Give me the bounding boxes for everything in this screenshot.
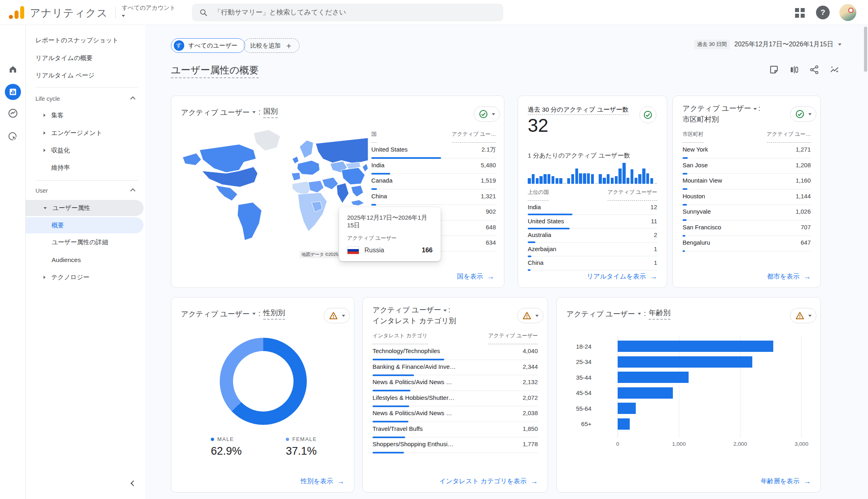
warning-triangle-icon: [795, 311, 805, 320]
age-chart-row: 18-24: [563, 339, 773, 354]
table-row: Australia 2: [528, 229, 657, 243]
metric-dropdown-icon[interactable]: [252, 313, 256, 315]
sidebar-item-engagement[interactable]: エンゲージメント: [26, 125, 145, 141]
dimension-link[interactable]: インタレスト カテゴリ別: [373, 317, 456, 325]
expand-icon[interactable]: [44, 207, 47, 209]
dimension-link[interactable]: 国別: [263, 106, 278, 118]
sparkline-bar: [528, 178, 531, 184]
row-name: Shoppers/Shopping Enthusi…: [373, 441, 454, 447]
explore-icon[interactable]: [8, 108, 18, 119]
settings-gear-icon[interactable]: ⚙: [8, 497, 17, 499]
help-icon[interactable]: ?: [816, 6, 830, 19]
sparkline-bar: [543, 174, 547, 184]
table-row: New York 1,271: [683, 143, 811, 158]
metric-dropdown-icon[interactable]: [754, 108, 757, 110]
card-active-users-by-gender: アクティブ ユーザー: 性別別 MALE 62.9% FEMALE 37.1% …: [171, 297, 354, 493]
sidebar-item-report-snapshot[interactable]: レポートのスナップショット: [26, 32, 145, 49]
sparkline-bar: [611, 178, 614, 184]
comparison-icon[interactable]: [789, 64, 799, 75]
expand-icon[interactable]: [44, 131, 46, 135]
advertising-icon[interactable]: [8, 131, 18, 142]
sparkline-bar: [615, 176, 618, 184]
sidebar-item-overview-selected[interactable]: 概要: [26, 217, 144, 233]
sidebar-item-retention[interactable]: 維持率: [26, 159, 145, 176]
data-quality-warning-badge[interactable]: [324, 308, 350, 323]
card-active-users-by-city: アクティブ ユーザー: 市区町村別 市区町村 アクティブ ユー… New Yor…: [672, 96, 821, 288]
metric-dropdown-icon[interactable]: [252, 111, 256, 113]
expand-icon[interactable]: [44, 276, 46, 279]
all-users-chip[interactable]: す すべてのユーザー: [171, 38, 245, 53]
sidebar-item-tech[interactable]: テクノロジー: [26, 269, 145, 286]
header-divider: [115, 6, 116, 19]
view-realtime-link[interactable]: リアルタイムを表示→: [587, 272, 657, 281]
apps-grid-icon[interactable]: [795, 8, 805, 18]
card-title: アクティブ ユーザー: 性別別: [181, 308, 285, 320]
table-row: Sunnyvale 1,026: [683, 205, 811, 220]
russia-flag-icon: [347, 246, 359, 254]
metric-dropdown-icon[interactable]: [638, 313, 641, 315]
account-switcher[interactable]: すべてのアカウント: [122, 4, 176, 18]
report-actions: [769, 64, 840, 75]
data-quality-warning-badge[interactable]: [517, 308, 543, 323]
scrollbar[interactable]: [864, 27, 867, 72]
data-quality-warning-badge[interactable]: [790, 308, 816, 323]
realtime-title: 過去 30 分のアクティブ ユーザー数: [528, 106, 629, 114]
row-name: India: [371, 162, 385, 168]
add-comparison-chip[interactable]: 比較を追加 ＋: [244, 38, 300, 53]
view-countries-link[interactable]: 国を表示→: [457, 272, 494, 281]
sparkline-bar: [595, 183, 598, 184]
age-bar: [618, 387, 673, 399]
data-quality-badge[interactable]: [639, 106, 656, 123]
sidebar-item-acquisition[interactable]: 集客: [26, 107, 145, 124]
sidebar-item-demographic-details[interactable]: ユーザー属性の詳細: [26, 234, 145, 251]
dimension-link[interactable]: 年齢別: [649, 308, 670, 320]
date-range-picker[interactable]: 過去 30 日間 2025年12月17日〜2026年1月15日: [694, 40, 841, 49]
sidebar-item-realtime-overview[interactable]: リアルタイムの概要: [26, 50, 145, 67]
dimension-link[interactable]: 性別別: [263, 308, 285, 320]
sidebar-item-audiences[interactable]: Audiences: [26, 252, 145, 268]
share-icon[interactable]: [809, 64, 820, 75]
card-title: アクティブ ユーザー: 市区町村別: [683, 103, 760, 125]
row-name: China: [371, 193, 387, 200]
reports-icon[interactable]: [5, 84, 21, 100]
per-minute-label: 1 分あたりのアクティブ ユーザー数: [528, 152, 630, 160]
home-icon[interactable]: [8, 64, 18, 74]
sidebar-item-realtime-pages[interactable]: リアルタイム ページ: [26, 67, 145, 84]
card-title: アクティブ ユーザー: インタレスト カテゴリ別: [373, 305, 456, 326]
search-input[interactable]: [214, 8, 496, 17]
warning-triangle-icon: [522, 311, 532, 320]
collapse-icon[interactable]: [130, 188, 135, 193]
plus-icon: ＋: [285, 42, 293, 50]
dimension-link[interactable]: 市区町村別: [683, 115, 719, 123]
section-life-cycle[interactable]: Life cycle: [26, 93, 145, 105]
sparkline-bar: [587, 173, 590, 184]
sidebar-item-monetization[interactable]: 収益化: [26, 142, 145, 159]
view-cities-link[interactable]: 都市を表示→: [767, 272, 811, 281]
sparkline-bar: [627, 178, 630, 184]
search-bar[interactable]: [192, 4, 503, 21]
realtime-user-count: 32: [528, 114, 548, 136]
avatar[interactable]: [839, 4, 856, 21]
metric-dropdown-icon[interactable]: [443, 310, 447, 312]
divider: [35, 87, 139, 87]
arrow-right-icon: →: [650, 272, 657, 281]
sidebar-item-user-attributes[interactable]: ユーザー属性: [26, 200, 144, 216]
insights-icon[interactable]: [829, 64, 840, 75]
sparkline-bar: [650, 178, 654, 184]
data-quality-badge[interactable]: [790, 106, 816, 122]
view-age-link[interactable]: 年齢層を表示→: [761, 477, 811, 486]
row-value: 647: [801, 239, 811, 246]
sparkline-bar: [547, 174, 551, 184]
expand-icon[interactable]: [44, 149, 46, 152]
collapse-icon[interactable]: [130, 96, 135, 102]
data-quality-badge[interactable]: [474, 106, 500, 122]
analytics-logo-icon[interactable]: [9, 6, 25, 19]
divider: [35, 180, 139, 181]
expand-icon[interactable]: [44, 114, 46, 117]
section-user[interactable]: User: [26, 185, 145, 197]
view-interests-link[interactable]: インタレスト カテゴリを表示→: [439, 477, 538, 486]
view-gender-link[interactable]: 性別を表示→: [301, 477, 344, 486]
collapse-sidebar-icon[interactable]: [131, 480, 136, 486]
note-icon[interactable]: [769, 64, 779, 75]
row-value: 648: [486, 224, 496, 231]
